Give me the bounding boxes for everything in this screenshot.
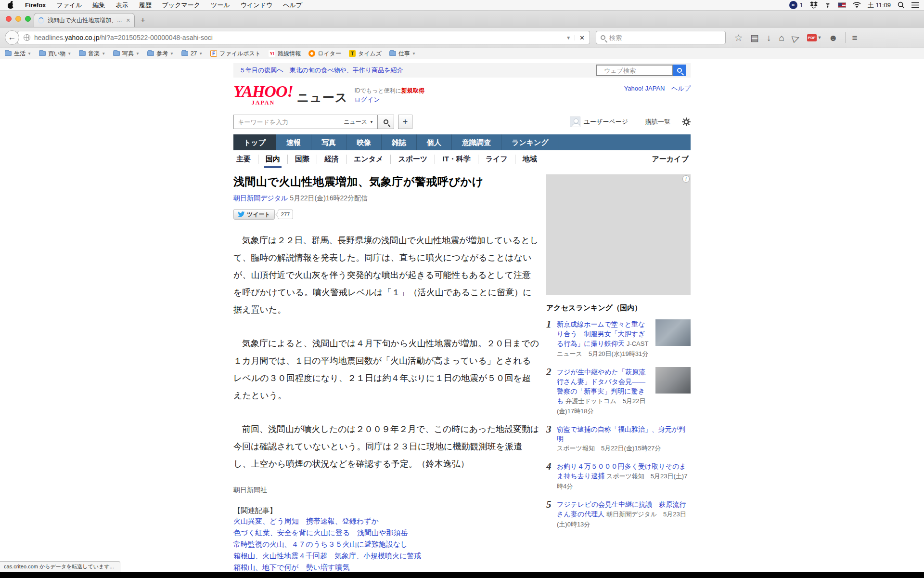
subnav-region[interactable]: 地域 <box>515 155 544 164</box>
subnav-domestic[interactable]: 国内 <box>258 155 287 164</box>
menu-firefox[interactable]: Firefox <box>20 1 51 9</box>
bookmark-folder-life[interactable]: 生活▼ <box>5 50 31 58</box>
tab-video[interactable]: 映像 <box>346 134 382 150</box>
bookmark-folder-music[interactable]: 音楽▼ <box>79 50 105 58</box>
menu-history[interactable]: 履歴 <box>134 1 157 10</box>
tab-magazine[interactable]: 雑誌 <box>382 134 417 150</box>
tweet-button[interactable]: ツイート <box>233 209 275 220</box>
yahoo-logo[interactable]: YAHOO! JAPAN ニュース <box>233 84 347 107</box>
pdf-dropdown-icon[interactable]: ▼ <box>818 35 825 40</box>
wifi-icon[interactable] <box>853 2 861 8</box>
web-search-input[interactable] <box>604 67 669 74</box>
subnav-world[interactable]: 国際 <box>287 155 317 164</box>
zoom-window-button[interactable] <box>25 16 31 22</box>
menu-edit[interactable]: 編集 <box>88 1 111 10</box>
signup-link[interactable]: 新規取得 <box>401 87 424 94</box>
ad-placeholder[interactable]: i <box>546 174 691 295</box>
keyword-search-field[interactable]: ニュース▼ <box>233 115 378 129</box>
bookmark-folder-27[interactable]: 27▼ <box>181 50 203 57</box>
notification-center-icon[interactable] <box>911 2 919 8</box>
subnav-entertainment[interactable]: エンタメ <box>346 155 390 164</box>
url-domain: yahoo.co.jp <box>65 34 100 41</box>
menubar-clock[interactable]: 土 11:09 <box>868 1 891 10</box>
bookmark-filepost[interactable]: Fファイルポスト <box>210 50 261 58</box>
creative-cloud-icon[interactable]: ∞ <box>789 1 797 9</box>
bookmark-folder-reference[interactable]: 参考▼ <box>147 50 174 58</box>
tab-poll[interactable]: 意識調査 <box>452 134 501 150</box>
bookmark-folder-shopping[interactable]: 買い物▼ <box>39 50 71 58</box>
bookmark-folder-work[interactable]: 仕事▼ <box>389 50 416 58</box>
ranking-thumbnail[interactable] <box>655 367 691 394</box>
extension-smiley-icon[interactable]: ☻ <box>825 33 842 42</box>
menu-view[interactable]: 表示 <box>111 1 134 10</box>
ad-info-icon[interactable]: i <box>682 175 690 183</box>
web-search-button[interactable] <box>673 65 686 76</box>
gear-icon[interactable] <box>682 118 691 126</box>
dropbox-icon[interactable] <box>810 1 818 9</box>
keyword-input[interactable] <box>238 118 320 126</box>
bookmark-folder-photo[interactable]: 写真▼ <box>113 50 140 58</box>
menu-help[interactable]: ヘルプ <box>278 1 308 10</box>
subnav-it-science[interactable]: IT・科学 <box>435 155 477 164</box>
url-bar[interactable]: headlines.yahoo.co.jp/hl?a=20150522-0000… <box>17 31 590 44</box>
login-link[interactable]: ログイン <box>354 96 380 103</box>
user-avatar[interactable] <box>570 117 580 127</box>
back-button[interactable]: ← <box>5 30 19 45</box>
input-source-flag-icon[interactable] <box>838 2 846 8</box>
url-history-dropdown-icon[interactable]: ▼ <box>562 35 575 40</box>
ranking-thumbnail[interactable] <box>655 319 691 346</box>
article-source-link[interactable]: 朝日新聞デジタル <box>233 194 288 202</box>
subnav-main[interactable]: 主要 <box>233 155 258 164</box>
news-search-button[interactable] <box>378 115 394 129</box>
browser-tab[interactable]: 浅間山で火山性地震増加、... ✕ <box>34 13 135 27</box>
ranking-link[interactable]: 窃盗で逮捕の自称「福山雅治」、身元が判明 <box>557 425 685 443</box>
yahoo-japan-link[interactable]: Yahoo! JAPAN <box>624 85 665 92</box>
subscription-link[interactable]: 購読一覧 <box>645 118 670 126</box>
related-link[interactable]: 箱根山、火山性地震４千回超 気象庁、小規模噴火に警戒 <box>233 550 539 562</box>
home-icon[interactable]: ⌂ <box>775 33 788 42</box>
stop-loading-icon[interactable]: ✕ <box>575 34 586 41</box>
bookmark-times[interactable]: Tタイムズ <box>349 50 382 58</box>
promo-link[interactable]: ５年目の復興へ 東北の旬の食べ物や、手作り商品を紹介 <box>239 66 403 75</box>
send-page-icon[interactable]: ▷ <box>787 31 804 44</box>
bookmark-star-icon[interactable]: ☆ <box>731 33 746 42</box>
related-link[interactable]: 色づく紅葉、安全を背に火山に登る 浅間山や那須岳 <box>233 527 539 539</box>
bookmark-reuters[interactable]: ロイター <box>308 50 341 58</box>
subnav-life[interactable]: ライフ <box>478 155 515 164</box>
search-category-dropdown[interactable]: ニュース▼ <box>344 118 373 126</box>
tab-flash[interactable]: 速報 <box>276 134 311 150</box>
macos-menubar: Firefox ファイル 編集 表示 履歴 ブックマーク ツール ウインドウ ヘ… <box>0 0 924 11</box>
menu-bookmarks[interactable]: ブックマーク <box>157 1 206 10</box>
browser-search-field[interactable] <box>596 31 726 44</box>
related-link[interactable]: 火山異変、どう周知 携帯速報、登録わずか <box>233 515 539 527</box>
archive-link[interactable]: アーカイブ <box>652 155 691 164</box>
user-page-link[interactable]: ユーザーページ <box>584 118 628 126</box>
browser-search-input[interactable] <box>609 34 721 41</box>
tab-top[interactable]: トップ <box>233 134 276 150</box>
subnav-economy[interactable]: 経済 <box>317 155 346 164</box>
menu-hamburger-icon[interactable]: ≡ <box>848 33 861 42</box>
downloads-icon[interactable]: ↓ <box>763 33 775 42</box>
close-window-button[interactable] <box>6 16 12 22</box>
related-link[interactable]: 常時監視の火山、４７のうち３５火山に避難施設なし <box>233 539 539 550</box>
tab-personal[interactable]: 個人 <box>417 134 452 150</box>
folder-icon <box>5 51 12 56</box>
menu-window[interactable]: ウインドウ <box>235 1 278 10</box>
new-tab-button[interactable]: + <box>141 15 145 25</box>
pdf-converter-icon[interactable]: PDF <box>807 34 817 41</box>
bookmark-transit[interactable]: Y!路線情報 <box>269 50 301 58</box>
help-link[interactable]: ヘルプ <box>671 85 691 92</box>
menu-file[interactable]: ファイル <box>51 1 87 10</box>
related-link[interactable]: 箱根山、地下で何が 勢い増す噴気 <box>233 562 539 573</box>
subnav-sports[interactable]: スポーツ <box>390 155 435 164</box>
reading-list-icon[interactable]: ▤ <box>746 33 763 42</box>
tab-close-icon[interactable]: ✕ <box>126 17 130 24</box>
minimize-window-button[interactable] <box>15 16 21 22</box>
menu-tools[interactable]: ツール <box>205 1 235 10</box>
tab-ranking[interactable]: ランキング <box>501 134 559 150</box>
hotspot-icon[interactable] <box>824 1 831 9</box>
spotlight-icon[interactable] <box>898 1 905 9</box>
tab-photo[interactable]: 写真 <box>311 134 346 150</box>
apple-menu-icon[interactable] <box>8 1 14 9</box>
add-button[interactable]: + <box>398 115 412 129</box>
